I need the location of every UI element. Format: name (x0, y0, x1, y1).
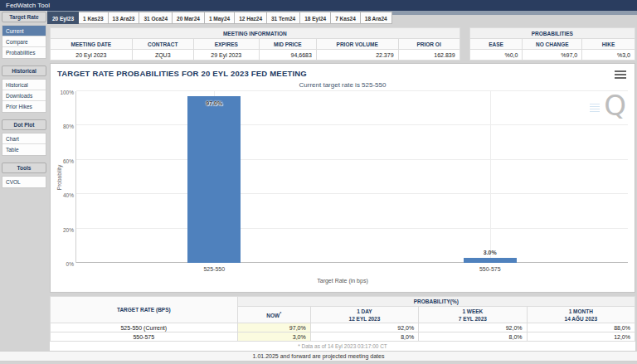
meeting-tab-bar: 20 Eyl231 Kas2313 Ara2331 Oca2420 Mar241… (47, 12, 637, 25)
bar-550-575 (464, 258, 517, 263)
meeting-info-value-mid-price: 94,6683 (259, 50, 316, 61)
prob-cell: 12,0% (527, 332, 635, 342)
rate-cell: 550-575 (51, 332, 238, 342)
tab-12-haz24[interactable]: 12 Haz24 (235, 12, 267, 24)
prob-summary-col-no-change: NO CHANGE (523, 39, 582, 50)
meeting-info-value-prior-oi: 162.839 (398, 50, 460, 61)
sidebar-section-header-tools: Tools (2, 163, 46, 173)
prob-cell: 88,0% (527, 323, 635, 332)
prob-summary-value-hike: %3,0 (582, 50, 635, 61)
app-title: FedWatch Tool (6, 2, 50, 9)
info-tables-row: MEETING INFORMATIONMEETING DATECONTRACTE… (50, 27, 635, 61)
tab-1-kas23[interactable]: 1 Kas23 (79, 12, 109, 24)
x-tick-550-575: 550-575 (479, 266, 501, 272)
col-header-target-rate: TARGET RATE (BPS) (51, 297, 238, 323)
sidebar-item-current[interactable]: Current (2, 26, 46, 36)
sidebar-item-historical[interactable]: Historical (2, 80, 46, 90)
sidebar-section-header-target-rate: Target Rate (2, 12, 46, 22)
meeting-info-col-expires: EXPIRES (193, 39, 259, 50)
col-header-1-day: 1 DAY12 EYL 2023 (310, 307, 418, 323)
meeting-info-value-expires: 29 Eyl 2023 (193, 50, 259, 61)
group-header-probability: PROBABILITY(%) (237, 297, 635, 307)
sidebar-section-tools: CVOL (2, 176, 46, 188)
meeting-info-col-contract: CONTRACT (132, 39, 193, 50)
chart-plot-area: 0%20%40%60%80%100%97.0%525-5503.0%550-57… (75, 91, 628, 263)
x-tick-525-550: 525-550 (203, 266, 225, 272)
tab-7-kas24[interactable]: 7 Kas24 (331, 12, 361, 24)
category-guide-550-575 (490, 91, 491, 263)
probability-history-table: TARGET RATE (BPS)PROBABILITY(%)NOW*1 DAY… (50, 296, 635, 342)
prob-summary-col-hike: HIKE (582, 39, 635, 50)
sidebar-item-compare[interactable]: Compare (2, 36, 46, 47)
meeting-info-col-prior-volume: PRIOR VOLUME (316, 39, 398, 50)
bar-value-label-550-575: 3.0% (484, 250, 497, 255)
gridline-80 (76, 124, 628, 125)
tab-31-tem24[interactable]: 31 Tem24 (267, 12, 300, 24)
y-tick-40: 40% (63, 192, 74, 198)
x-axis-label: Target Rate (in bps) (51, 278, 635, 284)
sidebar-section-historical: HistoricalDownloadsPrior Hikes (2, 79, 46, 113)
tab-18-ara24[interactable]: 18 Ara24 (361, 12, 392, 24)
app-title-bar: FedWatch Tool (0, 0, 637, 11)
sidebar-section-dot-plot: ChartTable (2, 133, 46, 156)
tab-20-eyl23[interactable]: 20 Eyl23 (47, 12, 79, 24)
meeting-info-col-meeting-date: MEETING DATE (51, 39, 133, 50)
sidebar-section-target-rate: CurrentCompareProbabilities (2, 25, 46, 59)
col-header-1-week: 1 WEEK7 EYL 2023 (419, 307, 527, 323)
rate-cell: 525-550 (Current) (51, 323, 238, 332)
meeting-info-col-prior-oi: PRIOR OI (398, 39, 460, 50)
bar-value-label-525-550: 97.0% (206, 100, 222, 106)
y-tick-60: 60% (63, 158, 74, 163)
col-header-1-month: 1 MONTH14 AĞU 2023 (527, 307, 635, 323)
meeting-info-col-mid-price: MID PRICE (259, 39, 316, 50)
tab-18-eyl24[interactable]: 18 Eyl24 (300, 12, 331, 24)
table-row-550-575: 550-5753,0%8,0%8,0%12,0% (51, 332, 635, 342)
gridline-20 (76, 228, 628, 229)
col-header-now: NOW* (237, 307, 310, 323)
tab-13-ara23[interactable]: 13 Ara23 (109, 12, 140, 24)
tab-31-oca24[interactable]: 31 Oca24 (139, 12, 173, 24)
prob-cell: 8,0% (419, 332, 527, 342)
chart-subtitle: Current target rate is 525-550 (51, 81, 635, 89)
data-as-of-note: * Data as of 14 Eyl 2023 03:17:00 CT (50, 342, 635, 351)
meeting-info-value-contract: ZQU3 (132, 50, 193, 61)
chart-menu-icon[interactable] (615, 70, 626, 80)
sidebar-section-header-dot-plot: Dot Plot (2, 119, 46, 130)
prob-cell: 3,0% (237, 332, 310, 342)
prob-summary-group-header: PROBABILITIES (469, 28, 635, 39)
tab-20-mar24[interactable]: 20 Mar24 (173, 12, 205, 24)
table-row-525-550-current: 525-550 (Current)97,0%92,0%92,0%88,0% (51, 323, 635, 332)
prob-summary-value-ease: %0,0 (469, 50, 523, 61)
prob-summary-value-no-change: %97,0 (523, 50, 582, 61)
sidebar-section-header-historical: Historical (2, 66, 46, 76)
probability-history-table-wrap: TARGET RATE (BPS)PROBABILITY(%)NOW*1 DAY… (50, 296, 635, 342)
bar-525-550 (187, 96, 241, 263)
meeting-info-group-header: MEETING INFORMATION (51, 28, 460, 39)
projection-note: 1.01.2025 and forward are projected meet… (0, 351, 637, 362)
chart-title: TARGET RATE PROBABILITIES FOR 20 EYL 202… (57, 69, 307, 78)
tab-1-may24[interactable]: 1 May24 (205, 12, 235, 24)
probability-chart-panel: TARGET RATE PROBABILITIES FOR 20 EYL 202… (50, 63, 635, 293)
meeting-information-table: MEETING INFORMATIONMEETING DATECONTRACTE… (50, 27, 460, 61)
prob-cell: 92,0% (419, 323, 527, 332)
probabilities-summary-table: PROBABILITIESEASENO CHANGEHIKE%0,0%97,0%… (469, 27, 635, 61)
sidebar-item-table[interactable]: Table (2, 144, 46, 155)
prob-cell: 97,0% (237, 323, 310, 332)
sidebar-item-prior-hikes[interactable]: Prior Hikes (2, 101, 46, 112)
gridline-100 (76, 90, 628, 91)
sidebar: Target RateCurrentCompareProbabilitiesHi… (2, 12, 46, 195)
y-tick-20: 20% (63, 226, 74, 232)
sidebar-item-probabilities[interactable]: Probabilities (2, 47, 46, 58)
prob-cell: 8,0% (310, 332, 418, 342)
prob-summary-col-ease: EASE (469, 39, 523, 50)
sidebar-item-downloads[interactable]: Downloads (2, 90, 46, 101)
meeting-info-value-prior-volume: 22.379 (316, 50, 398, 61)
prob-cell: 92,0% (310, 323, 418, 332)
watermark-lines-icon (590, 104, 600, 113)
quikstrike-watermark: Q (591, 89, 628, 125)
meeting-info-value-meeting-date: 20 Eyl 2023 (51, 50, 133, 61)
sidebar-item-cvol[interactable]: CVOL (2, 177, 46, 187)
gridline-40 (76, 193, 628, 194)
sidebar-item-chart[interactable]: Chart (2, 133, 46, 144)
gridline-60 (76, 159, 628, 160)
